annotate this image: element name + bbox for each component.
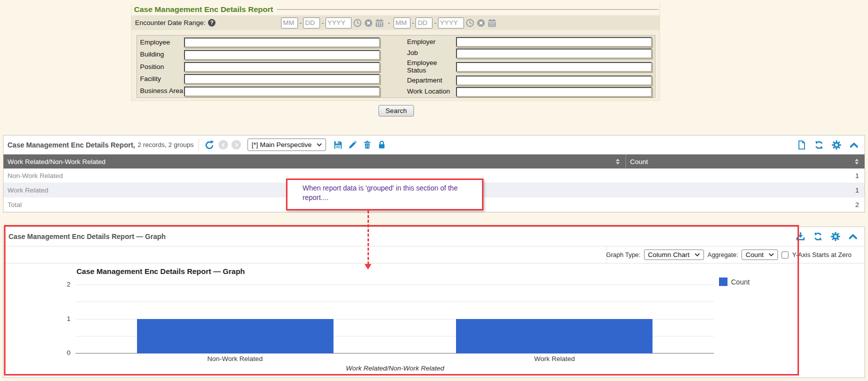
fieldset-legend-row: Case Management Enc Details Report bbox=[132, 4, 660, 15]
refresh-icon[interactable] bbox=[814, 140, 824, 150]
field-label-business-area: Business Area bbox=[140, 88, 184, 95]
next-perspective-icon[interactable] bbox=[232, 140, 241, 150]
count-cell: 1 bbox=[626, 186, 864, 194]
undo-icon[interactable] bbox=[204, 140, 215, 150]
clock-icon[interactable] bbox=[353, 18, 362, 28]
field-label-employer: Employer bbox=[407, 38, 456, 46]
date-separator: - bbox=[412, 19, 414, 26]
field-label-work-location: Work Location bbox=[407, 88, 456, 96]
date-range-label: Encounter Date Range: bbox=[135, 19, 206, 26]
chart-legend: Count bbox=[719, 278, 750, 286]
legend-swatch bbox=[719, 278, 728, 286]
field-input-job[interactable] bbox=[456, 48, 652, 58]
x-category-label: Non-Work Related bbox=[160, 355, 310, 362]
graph-controls: Graph Type: Column Chart Aggregate: Coun… bbox=[606, 246, 852, 263]
start-year-input[interactable] bbox=[326, 18, 352, 28]
date-range-inputs: - - - - - bbox=[281, 16, 497, 30]
field-label-job: Job bbox=[407, 50, 456, 57]
column-header-group[interactable]: Work Related/Non-Work Related bbox=[4, 154, 626, 168]
annotation-callout: When report data is 'grouped' in this se… bbox=[286, 178, 484, 210]
date-range-separator: - bbox=[388, 19, 390, 26]
start-day-input[interactable] bbox=[303, 18, 320, 28]
table-header: Work Related/Non-Work Related Count bbox=[4, 154, 864, 168]
toolbar-divider bbox=[198, 139, 199, 151]
bar-non-work-related[interactable] bbox=[137, 319, 334, 354]
field-input-work-location[interactable] bbox=[456, 87, 652, 97]
help-icon[interactable]: ? bbox=[208, 19, 216, 26]
graph-panel-actions bbox=[795, 231, 860, 242]
legend-label: Count bbox=[731, 278, 750, 286]
table-toolbar: Case Management Enc Details Report, 2 re… bbox=[4, 136, 864, 154]
x-category-label: Work Related bbox=[480, 355, 630, 362]
dropdown-chevron-icon bbox=[768, 253, 774, 256]
filter-field-row: Work Location bbox=[407, 87, 653, 97]
settings-gear-icon[interactable] bbox=[830, 231, 841, 242]
perspective-select[interactable]: [*] Main Perspective bbox=[248, 138, 326, 151]
dropdown-chevron-icon bbox=[694, 253, 700, 256]
end-year-input[interactable] bbox=[438, 18, 464, 28]
dropdown-chevron-icon bbox=[316, 143, 322, 146]
chart-gridline bbox=[76, 284, 714, 285]
field-input-employee[interactable] bbox=[184, 38, 380, 48]
table-panel-actions bbox=[796, 140, 860, 150]
form-legend: Case Management Enc Details Report bbox=[132, 5, 273, 14]
calendar-icon[interactable] bbox=[488, 18, 497, 28]
graph-controls-row: Graph Type: Column Chart Aggregate: Coun… bbox=[4, 246, 864, 264]
field-input-position[interactable] bbox=[184, 62, 380, 72]
graph-panel-title: Case Management Enc Details Report — Gra… bbox=[8, 232, 166, 240]
aggregate-select[interactable]: Count bbox=[742, 250, 778, 260]
download-icon[interactable] bbox=[795, 231, 806, 242]
field-label-department: Department bbox=[407, 77, 456, 84]
field-input-employer[interactable] bbox=[456, 37, 652, 47]
calendar-icon[interactable] bbox=[375, 18, 384, 28]
field-input-department[interactable] bbox=[456, 76, 652, 86]
field-input-employee-status[interactable] bbox=[456, 62, 652, 72]
settings-gear-icon[interactable] bbox=[831, 140, 842, 150]
column-header-count[interactable]: Count bbox=[626, 154, 864, 168]
start-month-input[interactable] bbox=[281, 18, 298, 28]
clear-date-icon[interactable] bbox=[364, 18, 374, 28]
field-input-building[interactable] bbox=[184, 50, 380, 60]
delete-perspective-icon[interactable] bbox=[362, 140, 372, 150]
filter-field-row: Position bbox=[140, 62, 383, 72]
field-label-employee: Employee bbox=[140, 39, 184, 46]
count-cell: 1 bbox=[626, 172, 864, 180]
end-month-input[interactable] bbox=[394, 18, 410, 28]
yaxis-zero-checkbox[interactable] bbox=[782, 252, 788, 258]
sort-icon[interactable] bbox=[614, 158, 622, 166]
annotation-text: When report data is 'grouped' in this se… bbox=[302, 184, 458, 202]
search-form: Case Management Enc Details Report Encou… bbox=[131, 4, 660, 101]
page: Case Management Enc Details Report Encou… bbox=[0, 0, 868, 381]
new-report-icon[interactable] bbox=[796, 140, 807, 150]
column-header-label: Count bbox=[630, 158, 648, 166]
field-input-business-area[interactable] bbox=[184, 86, 380, 96]
refresh-icon[interactable] bbox=[812, 231, 824, 242]
count-cell: 2 bbox=[626, 201, 864, 208]
graph-type-label: Graph Type: bbox=[606, 252, 640, 258]
edit-perspective-icon[interactable] bbox=[347, 140, 358, 150]
end-day-input[interactable] bbox=[416, 18, 432, 28]
lock-perspective-icon[interactable] bbox=[376, 140, 387, 150]
filter-field-row: Employee bbox=[140, 38, 383, 48]
collapse-icon[interactable] bbox=[848, 140, 860, 150]
chart-title: Case Management Enc Details Report — Gra… bbox=[76, 267, 245, 276]
field-label-employee-status: Employee Status bbox=[407, 60, 456, 74]
clock-icon[interactable] bbox=[466, 18, 475, 28]
save-perspective-icon[interactable] bbox=[332, 140, 344, 150]
date-range-row: Encounter Date Range: ? - - - - bbox=[132, 16, 660, 30]
bar-work-related[interactable] bbox=[456, 319, 652, 354]
clear-date-icon[interactable] bbox=[476, 18, 486, 28]
collapse-icon[interactable] bbox=[848, 231, 858, 242]
graph-type-value: Column Chart bbox=[648, 251, 690, 258]
aggregate-label: Aggregate: bbox=[708, 252, 738, 258]
filter-fields-left: EmployeeBuildingPositionFacilityBusiness… bbox=[140, 36, 383, 98]
filter-field-row: Job bbox=[407, 48, 653, 58]
search-button[interactable]: Search bbox=[378, 105, 414, 116]
column-chart: Case Management Enc Details Report — Gra… bbox=[4, 264, 866, 378]
field-input-facility[interactable] bbox=[184, 74, 380, 84]
field-label-building: Building bbox=[140, 51, 184, 58]
graph-type-select[interactable]: Column Chart bbox=[644, 250, 704, 260]
perspective-select-value: [*] Main Perspective bbox=[252, 141, 312, 148]
sort-icon[interactable] bbox=[853, 158, 860, 166]
prev-perspective-icon[interactable] bbox=[218, 140, 228, 150]
